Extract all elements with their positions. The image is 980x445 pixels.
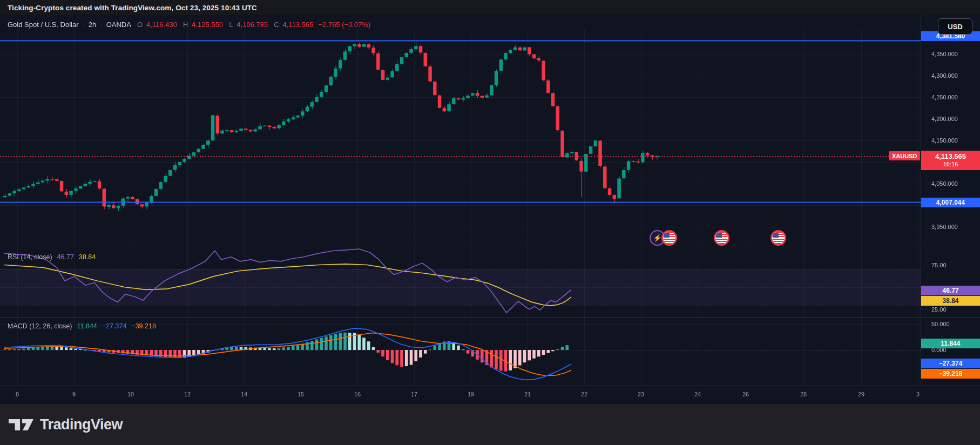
- us-flag-event-icon[interactable]: [661, 230, 677, 246]
- close-value: 4,113.565: [283, 21, 314, 29]
- close-label: C: [274, 21, 279, 29]
- chart-canvas[interactable]: [0, 15, 980, 404]
- currency-toggle-button[interactable]: USD: [938, 18, 972, 35]
- rsi-header: RSI (14, close) 46.77 38.84: [8, 253, 96, 261]
- watermark-text: Ticking-Cryptos created with TradingView…: [8, 4, 257, 12]
- macd-title[interactable]: MACD (12, 26, close): [8, 322, 72, 330]
- current-price-label: 4,113.565 16:16: [921, 151, 980, 170]
- macd-signal-value: −39.218: [131, 322, 156, 330]
- low-label: L: [229, 21, 233, 29]
- high-value: 4,125.550: [192, 21, 223, 29]
- lower-level-price-label: 4,007.044: [921, 198, 980, 207]
- footer-bar: TradingView: [0, 404, 980, 445]
- chart-area: Gold Spot / U.S. Dollar · 2h · OANDA O 4…: [0, 15, 980, 404]
- open-label: O: [137, 21, 143, 29]
- watermark-bar: Ticking-Cryptos created with TradingView…: [0, 0, 980, 15]
- macd-signal-axis-badge: −39.218: [921, 369, 980, 379]
- symbol-title[interactable]: Gold Spot / U.S. Dollar: [8, 21, 79, 29]
- macd-line-axis-badge: −27.374: [921, 359, 980, 368]
- symbol-price-tag: XAUUSD: [889, 151, 920, 160]
- high-label: H: [183, 21, 188, 29]
- low-value: 4,106.785: [236, 21, 268, 29]
- symbol-legend: Gold Spot / U.S. Dollar · 2h · OANDA O 4…: [8, 21, 370, 29]
- macd-histogram-value: 11.844: [77, 322, 97, 330]
- rsi-title[interactable]: RSI (14, close): [8, 253, 52, 261]
- open-value: 4,116.430: [146, 21, 177, 29]
- current-price-value: 4,113.565: [935, 152, 966, 161]
- tradingview-wordmark[interactable]: TradingView: [40, 416, 123, 433]
- legend-separator: ·: [100, 21, 102, 29]
- legend-separator: ·: [83, 21, 85, 29]
- interval-label[interactable]: 2h: [89, 21, 96, 29]
- macd-histogram-axis-badge: 11.844: [921, 339, 980, 348]
- rsi-ma-axis-badge: 38.84: [921, 296, 980, 306]
- tradingview-logo[interactable]: [9, 419, 33, 431]
- flag-canton: [716, 233, 722, 238]
- bar-countdown: 16:16: [943, 161, 958, 168]
- rsi-ma-value: 38.84: [79, 253, 96, 261]
- tradingview-screenshot: Ticking-Cryptos created with TradingView…: [0, 0, 980, 445]
- change-value: −2.765 (−0.07%): [318, 21, 370, 29]
- exchange-label[interactable]: OANDA: [106, 21, 131, 29]
- us-flag-event-icon[interactable]: [714, 230, 729, 246]
- macd-header: MACD (12, 26, close) 11.844 −27.374 −39.…: [8, 322, 156, 330]
- macd-line-value: −27.374: [102, 322, 127, 330]
- rsi-axis-badge: 46.77: [921, 286, 980, 295]
- rsi-value: 46.77: [57, 253, 74, 261]
- flag-canton: [664, 233, 670, 238]
- flag-canton: [773, 233, 779, 238]
- us-flag-event-icon[interactable]: [771, 230, 786, 246]
